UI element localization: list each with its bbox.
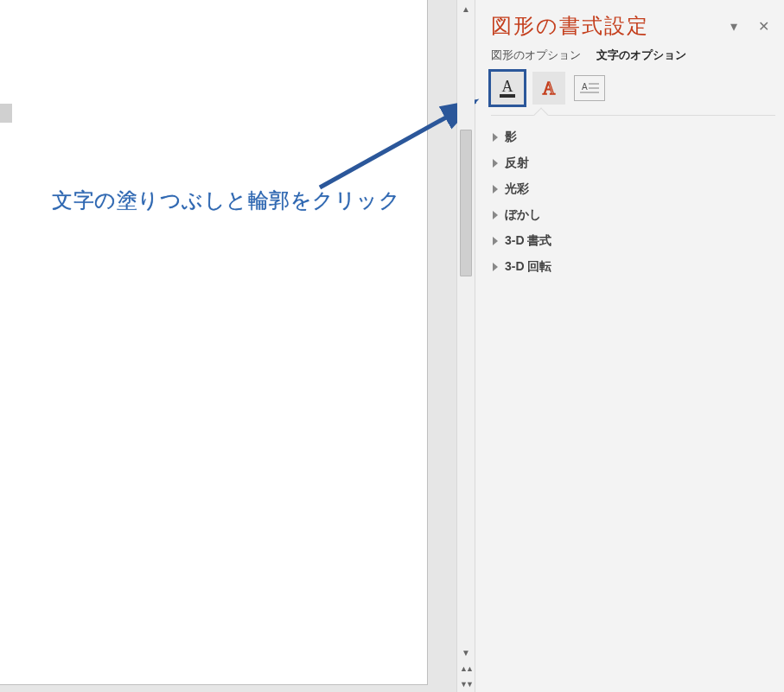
textbox-button[interactable]: A: [574, 75, 605, 101]
expand-triangle-icon: [493, 237, 498, 245]
annotation-callout-text: 文字の塗りつぶしと輪郭をクリック: [52, 187, 400, 214]
tab-text-options[interactable]: 文字のオプション: [596, 48, 686, 63]
svg-text:A: A: [582, 82, 588, 92]
effect-section-row[interactable]: 3-D 書式: [491, 228, 775, 254]
effect-section-row[interactable]: 3-D 回転: [491, 254, 775, 280]
selection-handle: [0, 104, 12, 123]
expand-triangle-icon: [493, 263, 498, 271]
effect-section-row[interactable]: 反射: [491, 150, 775, 176]
panel-close-button[interactable]: ✕: [751, 14, 775, 38]
svg-rect-2: [500, 94, 515, 98]
scroll-down-button[interactable]: ▼: [457, 644, 475, 661]
page-up-button[interactable]: ▲▲: [457, 661, 475, 676]
panel-title: 図形の書式設定: [491, 12, 649, 40]
effect-section-label: ぼかし: [505, 207, 541, 223]
effect-properties-list: 影反射光彩ぼかし3-D 書式3-D 回転: [491, 123, 775, 280]
expand-triangle-icon: [493, 211, 498, 219]
effect-section-label: 3-D 書式: [505, 233, 551, 249]
effect-section-label: 3-D 回転: [505, 259, 551, 275]
textbox-icon: A: [577, 79, 602, 98]
text-fill-outline-button[interactable]: A: [491, 72, 524, 105]
effect-section-label: 光彩: [505, 181, 529, 197]
panel-options-dropdown[interactable]: ▾: [722, 14, 746, 38]
expand-triangle-icon: [493, 133, 498, 142]
tab-shape-options[interactable]: 図形のオプション: [491, 48, 581, 63]
page-down-button[interactable]: ▼▼: [457, 676, 475, 692]
scroll-thumb[interactable]: [460, 130, 472, 276]
text-fill-outline-icon: A: [496, 77, 519, 99]
text-effects-button[interactable]: A: [532, 72, 565, 105]
format-shape-panel: 図形の書式設定 ▾ ✕ 図形のオプション 文字のオプション A A: [475, 0, 784, 692]
svg-text:A: A: [502, 78, 513, 95]
effect-section-label: 反射: [505, 156, 529, 171]
effect-section-row[interactable]: ぼかし: [491, 202, 775, 228]
scroll-up-button[interactable]: ▲: [457, 0, 475, 17]
svg-text:A: A: [543, 79, 556, 98]
document-page[interactable]: [0, 0, 428, 685]
effect-section-row[interactable]: 光彩: [491, 176, 775, 202]
effect-section-label: 影: [505, 130, 517, 145]
scroll-track[interactable]: [457, 17, 475, 644]
expand-triangle-icon: [493, 185, 498, 194]
effect-section-row[interactable]: 影: [491, 124, 775, 150]
panel-divider: [491, 115, 775, 116]
vertical-scrollbar[interactable]: ▲ ▼ ▲▲ ▼▼: [456, 0, 475, 692]
document-canvas-area: 文字の塗りつぶしと輪郭をクリック: [0, 0, 456, 692]
expand-triangle-icon: [493, 159, 498, 168]
text-effects-icon: A: [538, 77, 560, 99]
